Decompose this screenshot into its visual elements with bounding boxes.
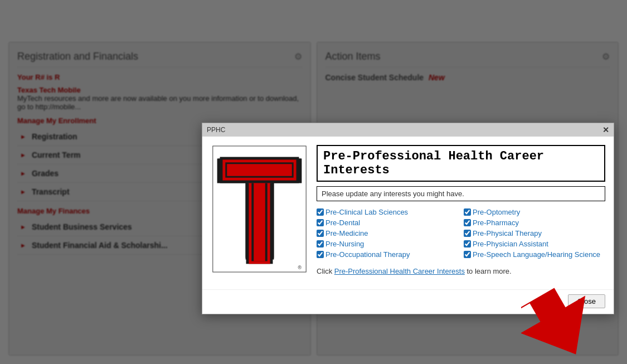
checkbox-pre-medicine-input[interactable] [317, 230, 324, 237]
checkbox-pre-nursing-input[interactable] [317, 240, 324, 247]
svg-rect-13 [227, 164, 291, 176]
checkbox-pre-physical-therapy[interactable]: Pre-Physical Therapy [464, 229, 605, 237]
modal-titlebar-text: PPHC [207, 126, 225, 134]
svg-text:®: ® [298, 265, 302, 270]
checkbox-pre-optometry-label: Pre-Optometry [473, 208, 520, 216]
ttu-logo: ® [211, 145, 308, 273]
modal-subtitle: Please update any interests you might ha… [317, 186, 605, 201]
checkbox-pre-speech-label: Pre-Speech Language/Hearing Science [473, 250, 600, 259]
footer-text-after: to learn more. [465, 267, 512, 275]
checkbox-pre-dental-label: Pre-Dental [325, 219, 360, 227]
checkbox-pre-physician-assistant[interactable]: Pre-Physician Assistant [464, 240, 605, 248]
checkbox-pre-speech-input[interactable] [464, 251, 471, 258]
checkbox-pre-pharmacy-input[interactable] [464, 219, 471, 226]
modal-footer-text: Click Pre-Professional Health Career Int… [317, 267, 605, 275]
checkbox-pre-occupational[interactable]: Pre-Occupational Therapy [317, 250, 458, 259]
ttu-logo-container: ® [211, 145, 308, 281]
checkbox-pre-pharmacy-label: Pre-Pharmacy [473, 219, 519, 227]
checkbox-pre-clinical[interactable]: Pre-Clinical Lab Sciences [317, 208, 458, 216]
checkbox-pre-occupational-input[interactable] [317, 251, 324, 258]
checkbox-pre-medicine-label: Pre-Medicine [325, 229, 368, 237]
checkbox-pre-clinical-label: Pre-Clinical Lab Sciences [325, 208, 408, 216]
checkbox-pre-physician-assistant-label: Pre-Physician Assistant [473, 240, 548, 248]
svg-rect-17 [254, 183, 265, 261]
checkboxes-grid: Pre-Clinical Lab Sciences Pre-Optometry … [317, 208, 605, 259]
checkbox-pre-nursing-label: Pre-Nursing [325, 240, 364, 248]
checkbox-pre-occupational-label: Pre-Occupational Therapy [325, 250, 410, 259]
red-arrow [521, 286, 594, 358]
checkbox-pre-clinical-input[interactable] [317, 208, 324, 216]
modal-body: ® Pre-Professional Health Career Interes… [202, 137, 614, 289]
checkbox-pre-nursing[interactable]: Pre-Nursing [317, 240, 458, 248]
checkbox-pre-dental[interactable]: Pre-Dental [317, 219, 458, 227]
checkbox-pre-speech[interactable]: Pre-Speech Language/Hearing Science [464, 250, 605, 259]
checkbox-pre-physician-assistant-input[interactable] [464, 240, 471, 247]
svg-marker-19 [521, 286, 594, 358]
checkbox-pre-pharmacy[interactable]: Pre-Pharmacy [464, 219, 605, 227]
modal-right-content: Pre-Professional Health Career Interests… [317, 145, 605, 281]
checkbox-pre-optometry-input[interactable] [464, 208, 471, 216]
checkbox-pre-optometry[interactable]: Pre-Optometry [464, 208, 605, 216]
modal-titlebar: PPHC ✕ [202, 123, 614, 137]
checkbox-pre-medicine[interactable]: Pre-Medicine [317, 229, 458, 237]
checkbox-pre-physical-therapy-label: Pre-Physical Therapy [473, 229, 542, 237]
modal-close-x-button[interactable]: ✕ [602, 125, 609, 134]
checkbox-pre-dental-input[interactable] [317, 219, 324, 226]
footer-text-before: Click [317, 267, 334, 275]
modal-title: Pre-Professional Health Career Interests [317, 145, 605, 182]
checkbox-pre-physical-therapy-input[interactable] [464, 230, 471, 237]
footer-link[interactable]: Pre-Professional Health Career Interests [334, 267, 465, 275]
